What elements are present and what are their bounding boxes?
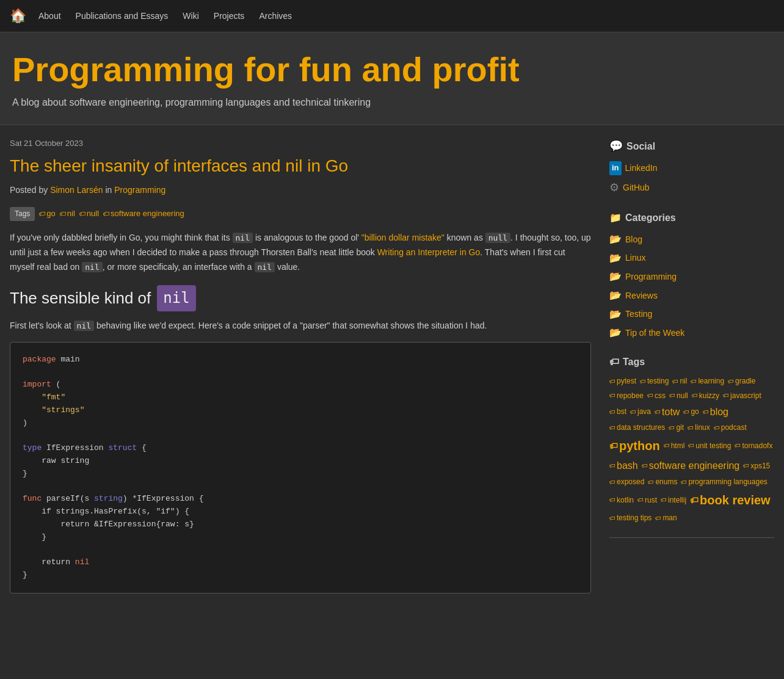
tag-gradle[interactable]: gradle [728,376,755,387]
category-tip-of-week[interactable]: 📂 Tip of the Week [609,325,774,341]
tag-go[interactable]: go [38,208,55,220]
post-date: Sat 21 October 2023 [10,137,591,150]
nav-archives[interactable]: Archives [259,9,292,23]
tag-totw[interactable]: totw [655,404,680,420]
category-linux[interactable]: 📂 Linux [609,250,774,266]
linkedin-link[interactable]: in LinkedIn [609,161,774,175]
tag-nil[interactable]: nil [59,208,75,220]
github-icon: ⚙ [609,179,619,197]
section-heading-code: nil [157,285,195,311]
tag-blog-cloud[interactable]: blog [703,404,728,420]
sidebar-social: 💬 Social in LinkedIn ⚙ GitHub [609,137,774,196]
folder-icon-linux: 📂 [609,250,622,266]
folder-icon-totw: 📂 [609,325,622,341]
tag-linux-cloud[interactable]: linux [688,422,710,434]
nav-about[interactable]: About [38,9,61,23]
tag-kuizzy[interactable]: kuizzy [692,390,719,402]
site-header: Programming for fun and profit A blog ab… [0,32,784,125]
post-author-link[interactable]: Simon Larsén [50,185,103,195]
tag-software-engineering-cloud[interactable]: software engineering [642,458,740,474]
folder-icon-blog: 📂 [609,231,622,247]
tag-null[interactable]: null [79,208,99,220]
category-blog[interactable]: 📂 Blog [609,231,774,247]
home-icon[interactable]: 🏠 [10,5,26,26]
tag-rust[interactable]: rust [637,490,657,510]
tag-css[interactable]: css [647,390,666,402]
tag-html[interactable]: html [664,436,685,456]
category-reviews[interactable]: 📂 Reviews [609,288,774,303]
billion-dollar-link[interactable]: "billion dollar mistake" [361,233,445,242]
nav-publications[interactable]: Publications and Essays [76,9,169,23]
tag-bash[interactable]: bash [609,458,638,474]
posted-by-label: Posted by [10,185,48,195]
tag-python[interactable]: python [609,436,660,456]
sidebar-tags: 🏷 Tags pytest testing nil learning gradl… [609,354,774,525]
nav-projects[interactable]: Projects [214,9,245,23]
github-link[interactable]: ⚙ GitHub [609,179,774,197]
tag-null-cloud[interactable]: null [669,390,688,402]
tag-intellij[interactable]: intellij [661,490,686,510]
tag-exposed[interactable]: exposed [609,476,644,488]
tag-git[interactable]: git [669,422,684,434]
tag-nil-cloud[interactable]: nil [672,376,687,387]
tag-data-structures[interactable]: data structures [609,422,665,434]
tag-tornadofx[interactable]: tornadofx [735,436,772,456]
tag-bst[interactable]: bst [609,404,626,420]
code-nil-4: nil [74,321,94,331]
site-title: Programming for fun and profit [12,51,772,89]
tags-bar: Tags go nil null software engineering [10,207,591,221]
navbar: 🏠 About Publications and Essays Wiki Pro… [0,0,784,32]
nav-wiki[interactable]: Wiki [183,9,198,23]
tag-testing-tips[interactable]: testing tips [609,512,652,524]
category-testing[interactable]: 📂 Testing [609,307,774,322]
sidebar-divider [609,537,774,538]
linkedin-icon: in [609,161,622,175]
sidebar: 💬 Social in LinkedIn ⚙ GitHub 📁 Categori… [609,137,774,603]
tag-go-cloud[interactable]: go [683,404,699,420]
code-nil-3: nil [255,262,275,272]
section-heading-text: The sensible kind of [10,286,151,311]
tag-man[interactable]: man [655,512,677,524]
tag-javascript[interactable]: javascript [723,390,761,402]
sidebar-social-title: 💬 Social [609,137,774,155]
tags-label: Tags [10,207,35,221]
paragraph-1: If you've only dabbled briefly in Go, yo… [10,231,591,274]
tag-pytest[interactable]: pytest [609,376,636,387]
main-content: Sat 21 October 2023 The sheer insanity o… [10,137,591,603]
tag-java[interactable]: java [630,404,651,420]
tags-cloud-icon: 🏷 [609,354,619,370]
code-nil-2: nil [82,262,102,272]
folder-icon-programming: 📂 [609,269,622,285]
post-meta: Posted by Simon Larsén in Programming [10,183,591,197]
tag-programming-languages[interactable]: programming languages [681,476,767,488]
post-title: The sheer insanity of interfaces and nil… [10,155,591,177]
categories-folder-icon: 📁 [609,210,622,226]
tag-kotlin[interactable]: kotlin [609,490,634,510]
tag-software-engineering[interactable]: software engineering [103,208,184,220]
section-heading: The sensible kind of nil [10,285,591,311]
sidebar-tags-title: 🏷 Tags [609,354,774,370]
tags-cloud: pytest testing nil learning gradle repob… [609,376,774,524]
tag-learning[interactable]: learning [691,376,724,387]
tag-unit-testing[interactable]: unit testing [688,436,731,456]
sidebar-categories: 📁 Categories 📂 Blog 📂 Linux 📂 Programmin… [609,210,774,341]
code-nil-1: nil [233,233,253,243]
tag-repobee[interactable]: repobee [609,390,644,402]
tag-testing[interactable]: testing [640,376,669,387]
code-content: package main import ( "fmt" "strings" ) … [23,354,578,582]
folder-icon-reviews: 📂 [609,288,622,303]
book-link[interactable]: Writing an Interpreter in Go [377,247,481,257]
tag-xps15[interactable]: xps15 [743,458,770,474]
main-layout: Sat 21 October 2023 The sheer insanity o… [0,125,784,615]
paragraph-2: First let's look at nil behaving like we… [10,319,591,333]
sidebar-categories-title: 📁 Categories [609,210,774,226]
tag-podcast[interactable]: podcast [714,422,747,434]
speech-bubble-icon: 💬 [609,137,623,155]
post-category-link[interactable]: Programming [114,185,165,195]
code-null: null [485,233,510,243]
category-programming[interactable]: 📂 Programming [609,269,774,285]
site-subtitle: A blog about software engineering, progr… [12,95,772,111]
folder-icon-testing: 📂 [609,307,622,322]
tag-enums[interactable]: enums [648,476,677,488]
tag-book-review[interactable]: book review [690,490,771,510]
